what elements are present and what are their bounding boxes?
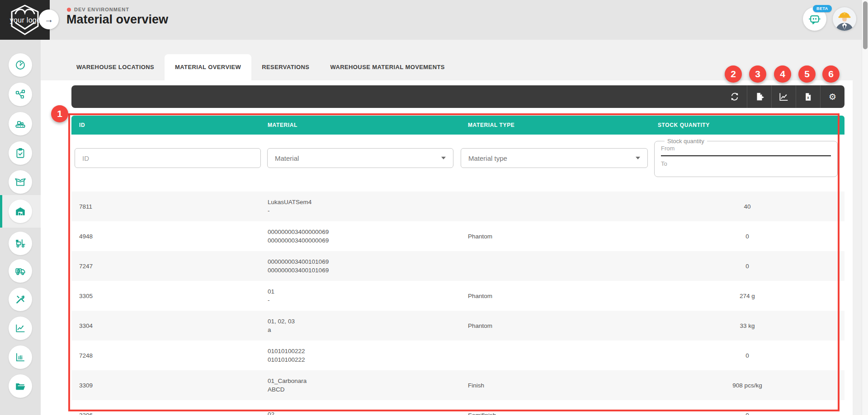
line-chart-icon [14,322,26,334]
folder-icon [14,380,26,392]
toolbar-button[interactable]: ⚙ [820,85,844,108]
bar-chart-icon [14,351,26,363]
column-header: ID [71,122,260,128]
column-header: MATERIAL [260,122,460,128]
tabs-bar: WAREHOUSE LOCATIONSMATERIAL OVERVIEWRESE… [66,54,455,80]
cell-stock-quantity: 33 kg [650,322,844,329]
cell-id: 7247 [71,263,260,270]
table-toolbar: x ⚙ [71,85,844,108]
sidebar-item[interactable] [0,372,41,401]
cell-id: 4948 [71,233,260,240]
arrow-right-icon: → [44,14,53,25]
tab[interactable]: MATERIAL OVERVIEW [165,54,251,80]
sidebar-item[interactable] [0,343,41,372]
svg-text:x: x [807,95,809,100]
tools-icon [14,294,26,305]
settings-gear-icon: ⚙ [829,92,836,102]
sidebar-item[interactable] [0,285,41,314]
cell-material: LukasUATSem4 - [260,199,460,214]
open-box-icon [14,176,26,188]
stock-from-underline [661,155,831,156]
chevron-down-icon [441,157,446,159]
cell-id: 7248 [71,352,260,359]
toolbar-button[interactable]: x [796,85,820,108]
cell-material-type: Finish [460,382,650,389]
cell-id: 3305 [71,293,260,299]
sidebar-item[interactable] [0,109,41,138]
sidebar-item[interactable] [0,139,41,168]
sidebar-item[interactable] [0,256,41,285]
stock-quantity-filter: Stock quantity From To [654,138,838,177]
page-scrollbar[interactable] [862,0,868,415]
cell-id: 3306 [71,412,260,415]
page-title: Material overview [66,13,168,27]
cell-id: 3304 [71,322,260,329]
annotation-number-badge: 4 [774,65,791,83]
annotation-number-badge: 1 [51,105,68,122]
clipboard-check-icon [14,147,26,159]
toolbar-button[interactable] [771,85,796,108]
app-header: your logo → DEV ENVIRONMENT Material ove… [0,0,868,40]
tab[interactable]: WAREHOUSE MATERIAL MOVEMENTS [320,54,455,80]
conveyor-icon [14,118,26,130]
tab[interactable]: RESERVATIONS [251,54,320,80]
sidebar-expand-button[interactable]: → [39,9,59,29]
toolbar-button[interactable] [722,85,747,108]
cell-material: 02 [260,411,460,415]
sidebar-item[interactable] [0,229,41,258]
table-filter-row: Material Material type Stock quantity Fr… [71,135,844,190]
cell-material-type: Semifinish [460,412,650,415]
table-header-row: IDMATERIALMATERIAL TYPESTOCK QUANTITY [71,116,844,135]
table-row[interactable]: 3305 01 - Phantom 274 g [71,281,844,311]
cell-stock-quantity: 0 [650,233,844,240]
cell-material: 01 - [260,288,460,303]
cell-material: 000000003400000069 000000003400000069 [260,228,460,244]
id-filter-input[interactable] [75,148,261,168]
export-file-icon [755,92,764,102]
env-label: DEV ENVIRONMENT [74,7,129,12]
table-row[interactable]: 7248 01010100222 01010100222 0 [71,340,844,370]
sidebar-item[interactable] [0,168,41,196]
annotation-number-badge: 3 [749,65,766,83]
stock-from-input[interactable]: From [661,145,831,152]
stock-quantity-legend: Stock quantity [665,138,707,145]
sidebar-item[interactable] [0,195,41,228]
cell-material: 01010100222 01010100222 [260,348,460,363]
environment-indicator: DEV ENVIRONMENT [67,7,129,12]
cell-stock-quantity: 0 [650,412,844,415]
env-status-dot-icon [67,8,71,12]
stock-to-input[interactable]: To [661,160,831,167]
table-row[interactable]: 7811 LukasUATSem4 - 40 [71,191,844,221]
cell-id: 7811 [71,203,260,210]
toolbar-button[interactable] [747,85,771,108]
sidebar-nav [0,40,41,415]
table-row[interactable]: 3306 02 Semifinish 0 [71,400,844,415]
excel-file-icon: x [803,92,813,102]
user-avatar[interactable] [833,7,856,31]
chevron-down-icon [636,157,640,159]
table-row[interactable]: 3304 01, 02, 03 a Phantom 33 kg [71,311,844,340]
material-filter-select[interactable]: Material [267,148,453,168]
material-type-filter-select[interactable]: Material type [461,148,648,168]
network-icon [14,89,26,100]
cell-stock-quantity: 908 pcs/kg [650,382,844,389]
tab[interactable]: WAREHOUSE LOCATIONS [66,54,165,80]
cell-stock-quantity: 40 [650,203,844,210]
delivery-truck-icon [14,265,26,277]
table-row[interactable]: 3309 01_Carbonara ABCD Finish 908 pcs/kg [71,370,844,400]
column-header: STOCK QUANTITY [650,122,844,128]
sidebar-item[interactable] [0,314,41,343]
column-header: MATERIAL TYPE [460,122,650,128]
forklift-icon [14,238,26,249]
annotation-number-badge: 6 [822,65,840,83]
table-row[interactable]: 7247 000000003400101069 0000000034001010… [71,251,844,281]
beta-badge: BETA [813,5,832,12]
refresh-icon [730,92,740,102]
gauge-icon [14,59,26,71]
sidebar-item[interactable] [0,80,41,109]
table-row[interactable]: 4948 000000003400000069 0000000034000000… [71,221,844,251]
scrollbar-thumb[interactable] [863,1,868,49]
cell-stock-quantity: 274 g [650,293,844,299]
cell-material: 000000003400101069 000000003400101069 [260,258,460,274]
sidebar-item[interactable] [0,51,41,79]
